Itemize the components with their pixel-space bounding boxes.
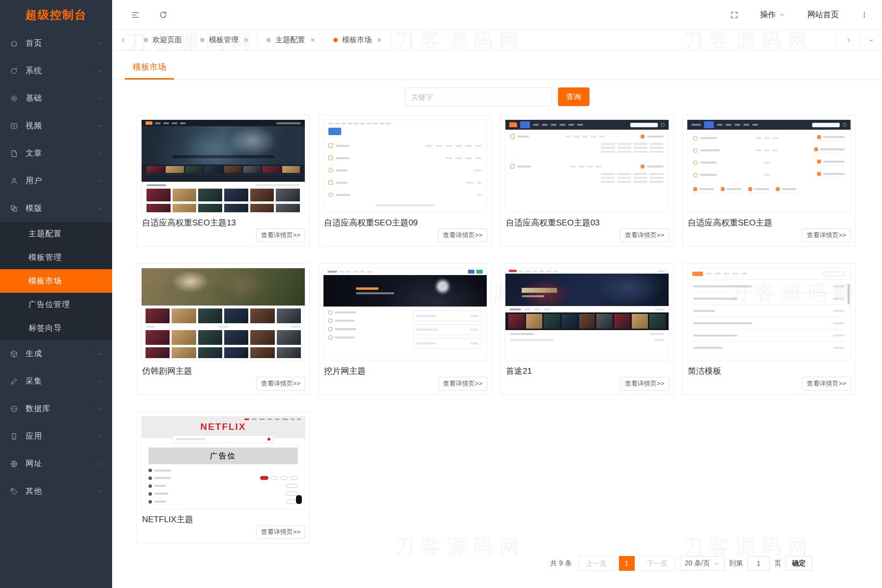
sidebar-item-other[interactable]: 其他 — [0, 477, 112, 505]
template-title: 自适应高权重SEO主题13 — [141, 217, 305, 228]
fullscreen-icon[interactable] — [730, 11, 738, 19]
search-input[interactable] — [405, 87, 552, 106]
user-icon — [10, 177, 19, 185]
tab-template-market[interactable]: 模板市场 × — [324, 30, 391, 50]
more-vertical-icon[interactable] — [860, 11, 868, 19]
template-card: 自适应高权重SEO主题 查看详情页>> — [682, 115, 855, 247]
template-card: 自适应高权重SEO主题13 查看详情页>> — [137, 115, 310, 247]
view-detail-button[interactable]: 查看详情页>> — [620, 377, 669, 391]
template-title: 自适应高权重SEO主题 — [687, 217, 851, 228]
sidebar-item-home[interactable]: 首页 — [0, 29, 112, 57]
template-thumbnail — [505, 119, 669, 213]
video-icon — [10, 122, 19, 130]
globe-icon — [10, 460, 19, 468]
view-detail-button[interactable]: 查看详情页>> — [802, 228, 851, 242]
template-title: 自适应高权重SEO主题03 — [505, 217, 669, 228]
page-tab-template-market[interactable]: 模板市场 — [125, 61, 174, 80]
page-tabs: 模板市场 — [112, 61, 882, 80]
goto-suffix: 页 — [774, 559, 781, 568]
sidebar-item-basic[interactable]: 基础 — [0, 84, 112, 112]
sidebar-item-user[interactable]: 用户 — [0, 167, 112, 195]
topbar: 操作 网站首页 — [112, 0, 882, 29]
template-title: 挖片网主题 — [323, 365, 487, 377]
current-page[interactable]: 1 — [619, 556, 635, 571]
chevron-down-icon — [713, 560, 720, 567]
template-thumbnail — [323, 119, 487, 213]
sidebar-item-database[interactable]: 数据库 — [0, 395, 112, 422]
collapse-menu-icon[interactable] — [131, 10, 140, 20]
tab-welcome[interactable]: 欢迎页面 — [135, 30, 191, 50]
sidebar-item-video[interactable]: 视频 — [0, 112, 112, 140]
floating-widget — [296, 495, 302, 504]
template-icon — [10, 204, 19, 213]
site-home-link[interactable]: 网站首页 — [807, 10, 839, 20]
prev-page-button[interactable]: 上一页 — [578, 556, 615, 571]
search-button[interactable]: 查询 — [558, 87, 589, 106]
app-title: 超级控制台 — [0, 0, 112, 29]
tab-theme-config[interactable]: 主题配置 × — [258, 30, 324, 50]
tabbar: 欢迎页面 模板管理 × 主题配置 × 模板市场 × — [112, 29, 882, 51]
chevron-down-icon — [779, 11, 786, 18]
sidebar-item-url[interactable]: 网址 — [0, 450, 112, 477]
ad-slot-label: 广告位 — [148, 448, 298, 464]
confirm-button[interactable]: 确定 — [786, 556, 812, 571]
template-title: 简洁模板 — [687, 365, 851, 377]
view-detail-button[interactable]: 查看详情页>> — [438, 228, 487, 242]
refresh-icon[interactable] — [159, 10, 168, 19]
goto-page-input[interactable] — [747, 556, 770, 571]
sidebar-item-collect[interactable]: 采集 — [0, 367, 112, 395]
pagination-total: 共 9 条 — [550, 559, 572, 568]
view-detail-button[interactable]: 查看详情页>> — [802, 377, 851, 391]
template-title: 首途21 — [505, 365, 669, 377]
chevron-up-icon — [96, 205, 102, 212]
sidebar-item-generate[interactable]: 生成 — [0, 340, 112, 367]
actions-dropdown[interactable]: 操作 — [760, 10, 786, 20]
template-card: 挖片网主题 查看详情页>> — [319, 263, 492, 395]
main-area: 操作 网站首页 欢迎页面 模板管理 × 主题配置 × 模板市场 × — [112, 0, 882, 588]
sidebar-item-app[interactable]: 应用 — [0, 422, 112, 450]
view-detail-button[interactable]: 查看详情页>> — [620, 228, 669, 242]
sidebar-item-template[interactable]: 模版 — [0, 195, 112, 222]
tab-dot — [266, 38, 271, 42]
template-thumbnail — [141, 119, 305, 213]
close-icon[interactable]: × — [244, 36, 248, 44]
tabs-scroll-right[interactable] — [837, 30, 859, 50]
chevron-down-icon — [96, 150, 102, 157]
per-page-select[interactable]: 20 条/页 — [680, 556, 725, 571]
cube-icon — [10, 350, 19, 358]
chevron-down-icon — [96, 406, 102, 412]
sidebar-sub-ad-manage[interactable]: 广告位管理 — [0, 293, 112, 316]
sidebar-item-article[interactable]: 文章 — [0, 140, 112, 167]
chevron-down-icon — [96, 40, 102, 47]
tabs-menu-dropdown[interactable] — [859, 30, 882, 50]
template-card: NETFLIX 广告位 NETFLIX主题 查看详情页>> — [137, 412, 310, 543]
search-row: 查询 — [112, 87, 882, 106]
view-detail-button[interactable]: 查看详情页>> — [438, 377, 487, 391]
sidebar-sub-theme-config[interactable]: 主题配置 — [0, 222, 112, 246]
document-icon — [10, 149, 19, 158]
close-icon[interactable]: × — [310, 36, 315, 44]
goto-prefix: 到第 — [729, 559, 743, 568]
template-card: 仿韩剧网主题 查看详情页>> — [137, 263, 310, 395]
close-icon[interactable]: × — [377, 36, 382, 44]
home-icon — [10, 39, 19, 48]
view-detail-button[interactable]: 查看详情页>> — [256, 377, 305, 391]
tab-template-manage[interactable]: 模板管理 × — [191, 30, 258, 50]
view-detail-button[interactable]: 查看详情页>> — [256, 228, 305, 242]
sidebar-item-system[interactable]: 系统 — [0, 57, 112, 84]
template-card: 首途21 查看详情页>> — [500, 263, 674, 395]
tab-dot — [200, 38, 205, 42]
tabs-scroll-left[interactable] — [112, 30, 135, 50]
code-circle-icon — [10, 405, 19, 413]
sidebar-sub-template-market[interactable]: 模板市场 — [0, 269, 112, 293]
chevron-down-icon — [96, 351, 102, 357]
sidebar-sub-template-manage[interactable]: 模板管理 — [0, 246, 112, 269]
sidebar-submenu-template: 主题配置 模板管理 模板市场 广告位管理 标签向导 — [0, 222, 112, 340]
next-page-button[interactable]: 下一页 — [639, 556, 676, 571]
view-detail-button[interactable]: 查看详情页>> — [256, 525, 305, 539]
template-thumbnail — [141, 268, 305, 361]
template-title: 自适应高权重SEO主题09 — [323, 217, 487, 228]
sidebar-sub-tag-wizard[interactable]: 标签向导 — [0, 316, 112, 340]
chevron-down-icon — [96, 123, 102, 129]
template-thumbnail — [505, 268, 669, 361]
